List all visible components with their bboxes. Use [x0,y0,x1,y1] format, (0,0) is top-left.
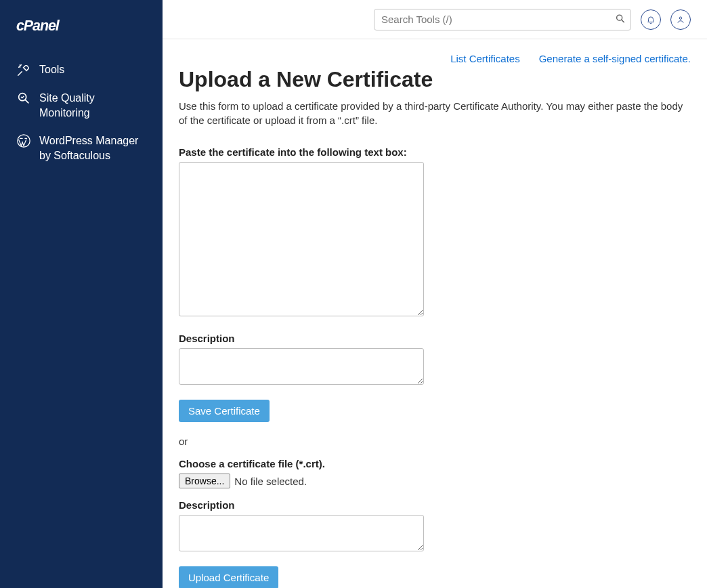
or-separator: or [179,436,691,447]
top-links: List Certificates Generate a self-signed… [179,53,691,64]
file-row: Browse... No file selected. [179,474,691,488]
sidebar-item-label: Site Quality Monitoring [39,91,146,120]
description-label: Description [179,333,691,344]
svg-text:cPanel: cPanel [16,18,60,34]
content: List Certificates Generate a self-signed… [163,39,707,588]
generate-selfsigned-link[interactable]: Generate a self-signed certificate. [539,53,691,64]
topbar [163,0,707,39]
magnifier-icon [16,91,31,106]
sidebar: cPanel Tools Site Quality Monitoring Wor… [0,0,163,588]
svg-point-3 [617,15,622,20]
account-button[interactable] [670,9,691,30]
bell-icon [646,15,656,24]
choose-file-label: Choose a certificate file (*.crt). [179,458,691,469]
sidebar-item-label: WordPress Manager by Softaculous [39,133,146,163]
save-certificate-button[interactable]: Save Certificate [179,400,270,422]
sidebar-item-site-quality[interactable]: Site Quality Monitoring [16,84,146,127]
sidebar-item-label: Tools [39,62,64,77]
list-certificates-link[interactable]: List Certificates [450,53,520,64]
page-title: Upload a New Certificate [179,67,691,92]
search-icon [615,13,626,24]
search-button[interactable] [614,12,627,27]
main: List Certificates Generate a self-signed… [163,0,707,588]
browse-button[interactable]: Browse... [179,474,230,488]
user-icon [676,15,685,24]
description2-label: Description [179,499,691,511]
search-wrap [374,9,631,30]
notifications-button[interactable] [641,9,661,30]
wordpress-icon [16,133,31,148]
search-input[interactable] [374,9,631,30]
paste-certificate-label: Paste the certificate into the following… [179,146,691,158]
tools-icon [16,62,31,77]
file-status: No file selected. [234,476,307,487]
cpanel-logo: cPanel [16,16,146,37]
page-description: Use this form to upload a certificate pr… [179,99,691,127]
sidebar-item-wordpress[interactable]: WordPress Manager by Softaculous [16,127,146,169]
sidebar-item-tools[interactable]: Tools [16,56,146,84]
upload-certificate-button[interactable]: Upload Certificate [179,566,278,588]
description-textarea[interactable] [179,348,424,385]
svg-point-4 [679,17,682,20]
certificate-textarea[interactable] [179,162,424,316]
description2-textarea[interactable] [179,515,424,551]
